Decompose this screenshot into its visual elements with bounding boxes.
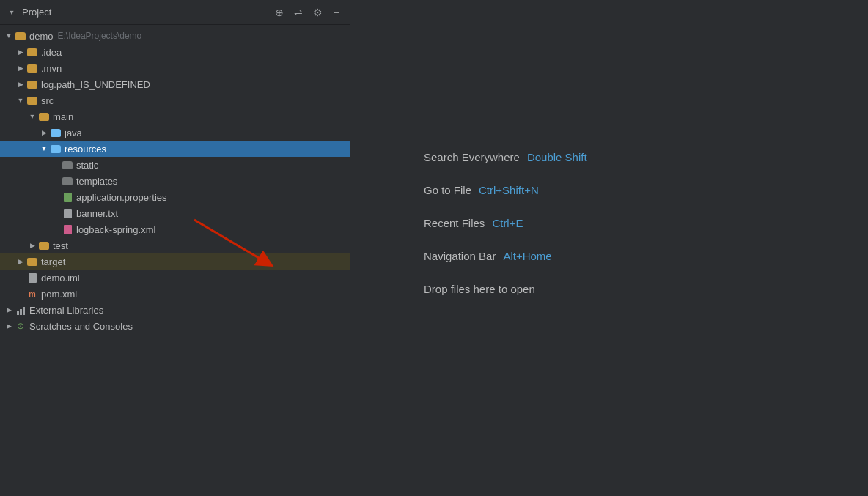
folder-idea-icon bbox=[26, 46, 38, 58]
tree-item-extlibs[interactable]: External Libraries bbox=[0, 302, 350, 318]
split-icon[interactable]: ⇌ bbox=[291, 5, 306, 20]
label-src: src bbox=[41, 95, 54, 106]
sidebar-toolbar: Project ⊕ ⇌ ⚙ − bbox=[0, 0, 350, 25]
folder-test-icon bbox=[38, 240, 50, 251]
label-main: main bbox=[53, 111, 73, 122]
arrow-log bbox=[15, 78, 26, 90]
arrow-src bbox=[15, 95, 26, 106]
tree-item-banner[interactable]: banner.txt bbox=[0, 205, 350, 221]
label-scratches: Scratches and Consoles bbox=[29, 321, 133, 332]
arrow-scratches bbox=[3, 320, 15, 332]
extlibs-icon bbox=[15, 304, 26, 316]
label-java: java bbox=[65, 127, 82, 138]
hint-shortcut-0: Double Shift bbox=[527, 151, 587, 163]
hint-row-3: Navigation Bar Alt+Home bbox=[424, 250, 552, 262]
arrow-java bbox=[38, 127, 50, 138]
label-logback: logback-spring.xml bbox=[76, 224, 155, 235]
folder-resources-icon bbox=[50, 143, 62, 155]
tree-item-mvn[interactable]: .mvn bbox=[0, 60, 350, 76]
folder-target-icon bbox=[26, 256, 38, 267]
label-pomxml: pom.xml bbox=[41, 289, 77, 300]
arrow-mvn bbox=[15, 62, 26, 74]
label-static: static bbox=[76, 160, 98, 171]
minimize-icon[interactable]: − bbox=[329, 5, 344, 20]
folder-mvn-icon bbox=[26, 62, 38, 74]
folder-src-icon bbox=[26, 95, 38, 106]
folder-log-icon bbox=[26, 78, 38, 90]
tree-item-scratches[interactable]: ⊙ Scratches and Consoles bbox=[0, 318, 350, 334]
arrow-test bbox=[26, 240, 38, 251]
gear-icon[interactable]: ⚙ bbox=[310, 5, 325, 20]
label-mvn: .mvn bbox=[41, 63, 62, 74]
arrow-demo bbox=[3, 30, 15, 42]
file-pomxml-icon: m bbox=[26, 288, 38, 300]
label-resources: resources bbox=[65, 144, 106, 155]
label-demoiml: demo.iml bbox=[41, 273, 80, 284]
tree-item-demoiml[interactable]: demo.iml bbox=[0, 270, 350, 286]
hint-label-3: Navigation Bar bbox=[424, 250, 496, 262]
arrow-main bbox=[26, 111, 38, 122]
label-test: test bbox=[53, 240, 68, 251]
tree-item-target[interactable]: target bbox=[0, 253, 350, 270]
hint-label-2: Recent Files bbox=[424, 217, 485, 229]
tree-item-idea[interactable]: .idea bbox=[0, 44, 350, 60]
file-demoiml-icon bbox=[26, 272, 38, 284]
hint-shortcut-2: Ctrl+E bbox=[492, 217, 523, 229]
tree-item-templates[interactable]: templates bbox=[0, 173, 350, 189]
hint-row-4: Drop files here to open bbox=[424, 283, 535, 295]
hint-row-1: Go to File Ctrl+Shift+N bbox=[424, 184, 539, 196]
file-banner-icon bbox=[62, 207, 73, 219]
hint-label-0: Search Everywhere bbox=[424, 151, 520, 163]
folder-static-icon bbox=[62, 159, 73, 171]
arrow-idea bbox=[15, 46, 26, 58]
tree-item-appprops[interactable]: application.properties bbox=[0, 189, 350, 205]
file-appprops-icon bbox=[62, 191, 73, 203]
hint-row-0: Search Everywhere Double Shift bbox=[424, 151, 587, 163]
folder-templates-icon bbox=[62, 175, 73, 187]
tree-item-test[interactable]: test bbox=[0, 237, 350, 253]
label-templates: templates bbox=[76, 176, 117, 187]
sidebar-title: Project bbox=[22, 7, 268, 18]
arrow-extlibs bbox=[3, 304, 15, 316]
label-target: target bbox=[41, 256, 65, 267]
tree-item-static[interactable]: static bbox=[0, 157, 350, 173]
scratches-icon: ⊙ bbox=[15, 320, 26, 332]
hint-label-1: Go to File bbox=[424, 184, 471, 196]
hint-shortcut-3: Alt+Home bbox=[503, 250, 551, 262]
project-expand-icon bbox=[6, 7, 18, 18]
hint-row-2: Recent Files Ctrl+E bbox=[424, 217, 523, 229]
main-content: Search Everywhere Double Shift Go to Fil… bbox=[350, 0, 868, 496]
hint-drop: Drop files here to open bbox=[424, 283, 535, 295]
label-banner: banner.txt bbox=[76, 208, 118, 219]
file-logback-icon bbox=[62, 223, 73, 235]
tree-item-resources[interactable]: resources bbox=[0, 141, 350, 157]
project-tree: demo E:\IdeaProjects\demo .idea .mvn log… bbox=[0, 25, 350, 496]
folder-java-icon bbox=[50, 127, 62, 138]
arrow-target bbox=[15, 256, 26, 267]
tree-item-java[interactable]: java bbox=[0, 125, 350, 141]
label-log: log.path_IS_UNDEFINED bbox=[41, 79, 150, 90]
folder-demo-icon bbox=[15, 30, 26, 42]
path-demo: E:\IdeaProjects\demo bbox=[58, 31, 142, 41]
tree-item-demo[interactable]: demo E:\IdeaProjects\demo bbox=[0, 28, 350, 44]
label-demo: demo bbox=[29, 31, 54, 42]
tree-item-logback[interactable]: logback-spring.xml bbox=[0, 221, 350, 237]
hint-shortcut-1: Ctrl+Shift+N bbox=[479, 184, 539, 196]
tree-item-pomxml[interactable]: m pom.xml bbox=[0, 286, 350, 302]
project-sidebar: Project ⊕ ⇌ ⚙ − demo E:\IdeaProjects\dem… bbox=[0, 0, 350, 496]
globe-icon[interactable]: ⊕ bbox=[272, 5, 287, 20]
folder-main-icon bbox=[38, 111, 50, 122]
label-idea: .idea bbox=[41, 47, 62, 58]
tree-item-log[interactable]: log.path_IS_UNDEFINED bbox=[0, 76, 350, 92]
tree-item-src[interactable]: src bbox=[0, 92, 350, 108]
label-extlibs: External Libraries bbox=[29, 305, 103, 316]
arrow-resources bbox=[38, 143, 50, 155]
tree-item-main[interactable]: main bbox=[0, 108, 350, 125]
label-appprops: application.properties bbox=[76, 192, 167, 203]
